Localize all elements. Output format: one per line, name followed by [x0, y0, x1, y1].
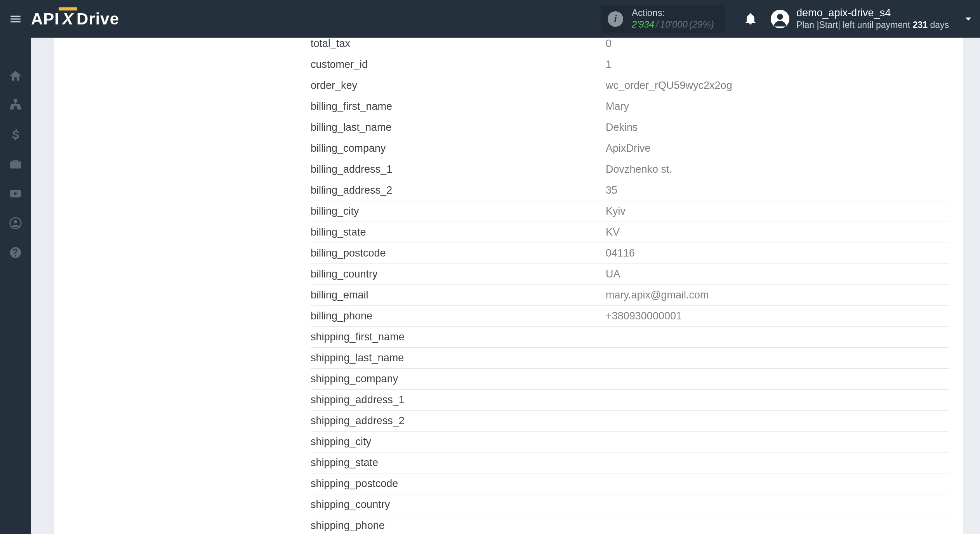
sidebar-item-video[interactable]	[0, 179, 31, 208]
field-value: KV	[606, 222, 949, 243]
avatar	[771, 10, 789, 28]
table-row: shipping_city	[311, 432, 949, 453]
field-key: shipping_state	[311, 453, 606, 473]
table-row: billing_postcode04116	[311, 243, 949, 264]
hamburger-icon	[9, 12, 22, 26]
notifications-button[interactable]	[740, 12, 761, 26]
app-logo[interactable]: APIXDrive	[31, 10, 119, 28]
field-value: ApixDrive	[606, 138, 949, 159]
field-key: billing_postcode	[311, 243, 606, 264]
question-icon	[9, 246, 22, 259]
table-row: shipping_address_1	[311, 390, 949, 411]
chevron-down-icon	[963, 13, 974, 25]
field-key: billing_country	[311, 264, 606, 285]
svg-rect-4	[18, 107, 21, 109]
svg-point-6	[14, 220, 17, 224]
field-value: +380930000001	[606, 306, 949, 327]
table-row: billing_address_1Dovzhenko st.	[311, 159, 949, 180]
user-icon	[771, 10, 789, 28]
table-row: shipping_address_2	[311, 411, 949, 432]
actions-values: 2'934/10'000(29%)	[632, 18, 714, 30]
field-value	[606, 411, 949, 432]
logo-drive: Drive	[76, 10, 119, 28]
field-value	[606, 494, 949, 515]
sidebar-item-help[interactable]	[0, 238, 31, 267]
field-value	[606, 369, 949, 390]
field-value: 1	[606, 54, 949, 75]
youtube-icon	[9, 187, 22, 200]
field-key: customer_id	[311, 54, 606, 75]
user-plan: Plan |Start| left until payment 231 days	[796, 19, 949, 31]
sitemap-icon	[9, 99, 22, 112]
field-table: total_tax0customer_id1order_keywc_order_…	[311, 38, 949, 534]
table-row: customer_id1	[311, 54, 949, 75]
briefcase-icon	[9, 158, 22, 171]
table-row: shipping_last_name	[311, 348, 949, 369]
table-row: billing_last_nameDekins	[311, 117, 949, 138]
field-key: total_tax	[311, 38, 606, 54]
user-circle-icon	[9, 217, 22, 230]
field-key: billing_email	[311, 285, 606, 306]
main-panel: total_tax0customer_id1order_keywc_order_…	[54, 38, 963, 534]
menu-toggle-button[interactable]	[0, 0, 31, 38]
user-menu-chevron[interactable]	[957, 13, 980, 25]
table-row: shipping_postcode	[311, 473, 949, 494]
field-key: shipping_company	[311, 369, 606, 390]
field-key: shipping_country	[311, 494, 606, 515]
svg-rect-3	[10, 107, 13, 109]
bell-icon	[744, 12, 757, 26]
table-row: billing_first_nameMary	[311, 96, 949, 117]
field-key: billing_last_name	[311, 117, 606, 138]
sidebar-item-connections[interactable]	[0, 90, 31, 120]
field-key: shipping_postcode	[311, 473, 606, 494]
field-value: Kyiv	[606, 201, 949, 222]
home-icon	[9, 69, 22, 82]
field-value	[606, 390, 949, 411]
field-key: shipping_city	[311, 432, 606, 453]
table-row: total_tax0	[311, 38, 949, 54]
field-key: shipping_last_name	[311, 348, 606, 369]
table-row: billing_emailmary.apix@gmail.com	[311, 285, 949, 306]
field-value	[606, 348, 949, 369]
table-row: billing_cityKyiv	[311, 201, 949, 222]
table-row: shipping_phone	[311, 515, 949, 534]
field-key: billing_company	[311, 138, 606, 159]
field-key: billing_phone	[311, 306, 606, 327]
table-row: billing_address_235	[311, 180, 949, 201]
actions-counter[interactable]: i Actions: 2'934/10'000(29%)	[601, 5, 725, 33]
field-key: billing_state	[311, 222, 606, 243]
sidebar-item-account[interactable]	[0, 208, 31, 238]
info-icon: i	[608, 11, 623, 27]
field-value	[606, 515, 949, 534]
sidebar-item-billing[interactable]	[0, 120, 31, 149]
table-row: shipping_first_name	[311, 327, 949, 348]
field-key: billing_address_2	[311, 180, 606, 201]
field-value: Dovzhenko st.	[606, 159, 949, 180]
table-row: billing_companyApixDrive	[311, 138, 949, 159]
field-key: shipping_address_2	[311, 411, 606, 432]
field-value: 0	[606, 38, 949, 54]
sidebar	[0, 38, 31, 534]
field-key: shipping_phone	[311, 515, 606, 534]
field-value	[606, 453, 949, 473]
logo-api: API	[31, 10, 59, 28]
field-key: shipping_first_name	[311, 327, 606, 348]
sidebar-item-work[interactable]	[0, 149, 31, 179]
table-row: billing_phone+380930000001	[311, 306, 949, 327]
table-row: shipping_company	[311, 369, 949, 390]
field-key: order_key	[311, 75, 606, 96]
field-value: Mary	[606, 96, 949, 117]
field-key: billing_address_1	[311, 159, 606, 180]
svg-point-1	[777, 14, 783, 19]
svg-rect-2	[14, 100, 17, 102]
field-key: shipping_address_1	[311, 390, 606, 411]
field-key: billing_first_name	[311, 96, 606, 117]
right-column: total_tax0customer_id1order_keywc_order_…	[311, 38, 963, 534]
content-area: total_tax0customer_id1order_keywc_order_…	[31, 38, 980, 534]
left-column	[54, 38, 311, 534]
field-value	[606, 473, 949, 494]
user-menu[interactable]: demo_apix-drive_s4 Plan |Start| left unt…	[771, 7, 949, 31]
actions-label: Actions:	[632, 7, 714, 19]
sidebar-item-home[interactable]	[0, 61, 31, 90]
table-row: billing_countryUA	[311, 264, 949, 285]
